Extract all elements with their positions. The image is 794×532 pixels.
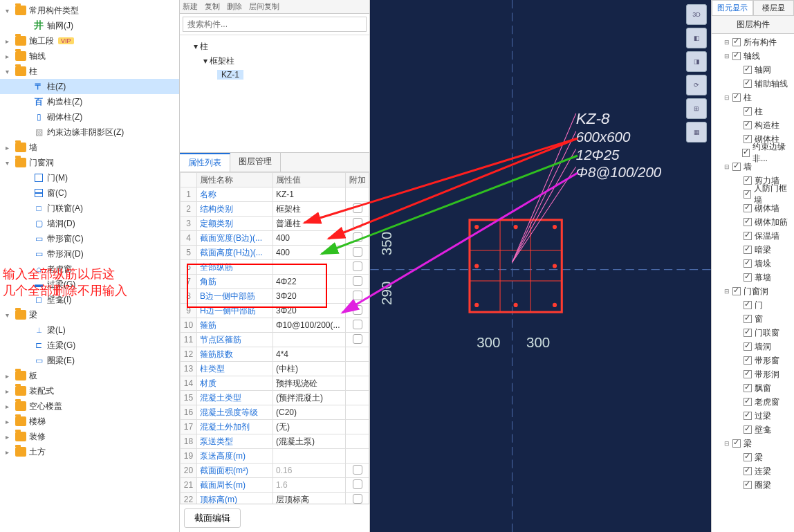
layer-checkbox[interactable]	[732, 52, 741, 60]
prop-checkbox-cell[interactable]	[346, 478, 369, 493]
prop-checkbox-cell[interactable]	[346, 260, 369, 275]
prop-checkbox-cell[interactable]	[346, 202, 369, 217]
prop-checkbox-cell[interactable]	[346, 391, 369, 405]
prop-checkbox-cell[interactable]	[346, 275, 369, 289]
layer-checkbox[interactable]	[732, 38, 741, 46]
prop-row[interactable]: 9H边一侧中部筋3Φ20	[181, 304, 369, 318]
layer-checkbox[interactable]	[744, 232, 752, 240]
prop-value[interactable]: KZ-1	[273, 187, 346, 202]
prop-value[interactable]	[273, 333, 346, 347]
layer-checkbox[interactable]	[744, 135, 752, 143]
mt-kz1[interactable]: KZ-1	[184, 68, 365, 81]
layer-item-dw[interactable]: ⊟门窗洞	[712, 284, 794, 298]
prop-value[interactable]	[273, 260, 346, 275]
layer-item-win[interactable]: 窗	[712, 312, 794, 326]
tree-prefab[interactable]: ▸装配式	[0, 383, 179, 398]
tree-decoration[interactable]: ▸装修	[0, 429, 179, 444]
layer-item-dormer[interactable]: 老虎窗	[712, 395, 794, 409]
member-tree[interactable]: ▾ 柱 ▾ 框架柱 KZ-1	[180, 35, 369, 153]
layer-checkbox[interactable]	[732, 287, 741, 295]
layer-item-civil_frame[interactable]: 人防门框墙	[712, 187, 794, 201]
prop-value[interactable]: (中柱)	[273, 362, 346, 376]
nav-cube-iso[interactable]: ◨	[686, 51, 707, 72]
tree-wall[interactable]: ▸墙	[0, 140, 179, 155]
prop-row[interactable]: 4截面宽度(B边)(...400	[181, 231, 369, 246]
prop-row[interactable]: 19泵送高度(m)	[181, 449, 369, 464]
prop-row[interactable]: 11节点区箍筋	[181, 333, 369, 347]
layer-copy-button[interactable]: 层间复制	[249, 1, 279, 12]
viewport[interactable]: 300 300 350 290 KZ-8 600x600 12Φ25 Φ8@10…	[370, 0, 711, 532]
prop-checkbox-cell[interactable]	[346, 304, 369, 318]
layer-checkbox[interactable]	[744, 384, 752, 392]
layer-item-aux_axis[interactable]: 辅助轴线	[712, 77, 794, 91]
prop-value[interactable]: 4Φ22	[273, 275, 346, 289]
layer-item-door[interactable]: 门	[712, 298, 794, 312]
layer-checkbox[interactable]	[742, 149, 750, 157]
nav-extra1[interactable]: ⊞	[686, 98, 707, 119]
prop-checkbox-cell[interactable]	[346, 289, 369, 304]
prop-value[interactable]: Φ10@100/200(...	[273, 318, 346, 333]
prop-value[interactable]: (C20)	[273, 405, 346, 420]
tree-common-types[interactable]: ▾常用构件类型	[0, 3, 179, 18]
layer-checkbox[interactable]	[744, 329, 752, 337]
prop-value[interactable]: 预拌现浇砼	[273, 376, 346, 391]
prop-checkbox-cell[interactable]	[346, 333, 369, 347]
mt-frame[interactable]: ▾ 框架柱	[184, 54, 365, 68]
layer-checkbox[interactable]	[744, 315, 752, 323]
nav-reset[interactable]: ⟳	[686, 75, 707, 95]
prop-value[interactable]: 4*4	[273, 347, 346, 362]
prop-row[interactable]: 17混凝土外加剂(无)	[181, 420, 369, 434]
prop-value[interactable]: 1.6	[273, 478, 346, 493]
prop-checkbox-cell[interactable]	[346, 231, 369, 246]
layer-checkbox[interactable]	[744, 467, 752, 475]
layer-checkbox[interactable]	[744, 481, 752, 489]
layer-checkbox[interactable]	[744, 121, 752, 129]
layer-checkbox[interactable]	[744, 273, 752, 282]
nav-cube-face[interactable]: ◧	[686, 28, 707, 48]
prop-row[interactable]: 3定额类别普通柱	[181, 217, 369, 231]
prop-checkbox-cell[interactable]	[346, 347, 369, 362]
prop-value[interactable]: (预拌混凝土)	[273, 391, 346, 405]
layer-checkbox[interactable]	[732, 439, 741, 448]
layer-checkbox[interactable]	[744, 259, 752, 268]
layer-checkbox[interactable]	[744, 370, 752, 378]
prop-checkbox-cell[interactable]	[346, 217, 369, 231]
prop-row[interactable]: 18泵送类型(混凝土泵)	[181, 434, 369, 449]
layer-item-strip_hole[interactable]: 带形洞	[712, 367, 794, 381]
prop-row[interactable]: 6全部纵筋	[181, 260, 369, 275]
tree-strip-win-c[interactable]: ▭带形窗(C)	[0, 231, 179, 246]
tree-door-win-a[interactable]: □门联窗(A)	[0, 201, 179, 216]
prop-row[interactable]: 2结构类别框架柱	[181, 202, 369, 217]
tree-window-c[interactable]: 窗(C)	[0, 185, 179, 201]
nav-3d[interactable]: 3D	[686, 4, 707, 25]
tree-door-m[interactable]: 门(M)	[0, 170, 179, 185]
layer-item-link[interactable]: 连梁	[712, 464, 794, 478]
layer-item-axis_grid[interactable]: 轴网	[712, 63, 794, 77]
prop-checkbox-cell[interactable]	[346, 246, 369, 260]
prop-checkbox-cell[interactable]	[346, 405, 369, 420]
tree-constr-col-z[interactable]: 百构造柱(Z)	[0, 94, 179, 109]
prop-value[interactable]: 0.16	[273, 464, 346, 478]
tree-beam-l[interactable]: ⟂梁(L)	[0, 322, 179, 338]
tree-slab[interactable]: ▸板	[0, 368, 179, 383]
layer-item-wall_hole[interactable]: 墙洞	[712, 340, 794, 354]
tree-hollow-floor[interactable]: ▸空心楼盖	[0, 398, 179, 414]
tree-axis-grid[interactable]: 井轴网(J)	[0, 18, 179, 33]
prop-row[interactable]: 1名称KZ-1	[181, 187, 369, 202]
layer-item-bay_win[interactable]: 飘窗	[712, 381, 794, 395]
tree-wall-hole-d[interactable]: ▢墙洞(D)	[0, 216, 179, 231]
prop-checkbox-cell[interactable]	[346, 318, 369, 333]
prop-row[interactable]: 7角筋4Φ22	[181, 275, 369, 289]
layer-checkbox[interactable]	[744, 176, 752, 185]
prop-value[interactable]: 普通柱	[273, 217, 346, 231]
layer-item-column[interactable]: ⊟柱	[712, 91, 794, 104]
layer-checkbox[interactable]	[744, 356, 752, 365]
prop-checkbox-cell[interactable]	[346, 464, 369, 478]
prop-row[interactable]: 22顶标高(m)层顶标高	[181, 493, 369, 504]
layer-checkbox[interactable]	[744, 204, 752, 212]
prop-checkbox-cell[interactable]	[346, 493, 369, 504]
layer-checkbox[interactable]	[744, 218, 752, 226]
prop-checkbox-cell[interactable]	[346, 420, 369, 434]
layer-item-confine[interactable]: 约束边缘非...	[712, 146, 794, 160]
layer-checkbox[interactable]	[744, 453, 752, 461]
